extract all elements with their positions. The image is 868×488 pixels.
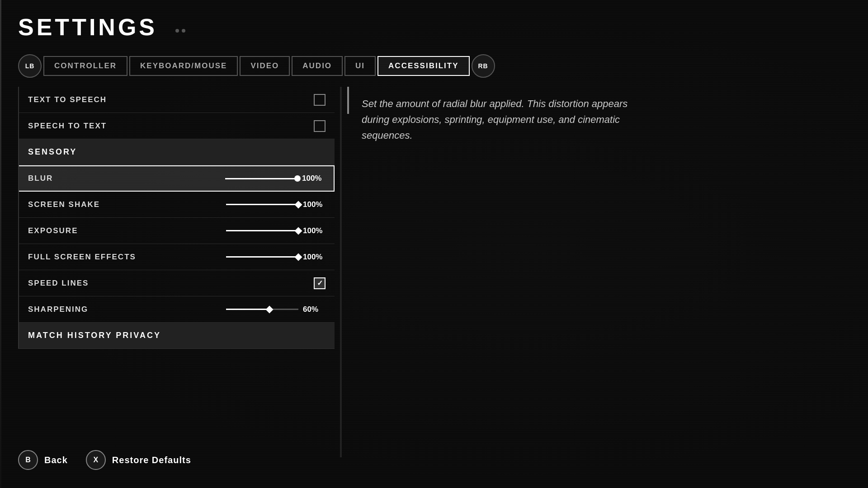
category-label-match-history-privacy: MATCH HISTORY PRIVACY xyxy=(28,331,161,340)
back-button-group[interactable]: B Back xyxy=(18,450,68,470)
tabs-container: LB CONTROLLER KEYBOARD/MOUSE VIDEO AUDIO… xyxy=(18,54,850,78)
settings-panel: TEXT TO SPEECH SPEECH TO TEXT SENSORY xyxy=(18,87,335,457)
back-button-icon: B xyxy=(18,450,38,470)
screen-shake-value: 100% xyxy=(303,200,326,209)
nav-dot-1 xyxy=(175,29,179,33)
bottom-bar: B Back X Restore Defaults xyxy=(18,450,191,470)
category-match-history-privacy: MATCH HISTORY PRIVACY xyxy=(19,323,335,349)
checkbox-text-to-speech[interactable] xyxy=(314,94,326,106)
blur-value: 100% xyxy=(302,174,325,183)
lb-button[interactable]: LB xyxy=(18,54,42,78)
restore-defaults-button-icon: X xyxy=(86,450,106,470)
full-screen-effects-slider-fill xyxy=(226,256,298,258)
full-screen-effects-slider-track[interactable] xyxy=(226,256,298,258)
setting-label-sharpening: SHARPENING xyxy=(28,305,88,314)
setting-label-blur: BLUR xyxy=(28,174,53,183)
setting-row-blur[interactable]: BLUR 100% xyxy=(19,165,335,192)
setting-row-screen-shake[interactable]: SCREEN SHAKE 100% xyxy=(19,192,335,218)
left-border-accent xyxy=(0,0,1,488)
setting-control-screen-shake: 100% xyxy=(226,200,326,209)
description-panel: Set the amount of radial blur applied. T… xyxy=(362,87,850,457)
nav-dot-2 xyxy=(182,29,185,33)
setting-control-sharpening: 60% xyxy=(226,305,326,314)
full-screen-effects-value: 100% xyxy=(303,253,326,262)
setting-control-exposure: 100% xyxy=(226,226,326,235)
blur-slider-thumb xyxy=(294,175,301,182)
tab-controller[interactable]: CONTROLLER xyxy=(43,56,127,76)
exposure-slider-fill xyxy=(226,230,298,231)
setting-row-speed-lines[interactable]: SPEED LINES xyxy=(19,270,335,296)
sharpening-slider-fill xyxy=(226,309,269,310)
setting-label-screen-shake: SCREEN SHAKE xyxy=(28,200,100,209)
blur-slider-track[interactable] xyxy=(225,178,297,179)
screen-shake-slider-thumb xyxy=(295,201,302,208)
main-content: TEXT TO SPEECH SPEECH TO TEXT SENSORY xyxy=(18,87,850,457)
setting-label-exposure: EXPOSURE xyxy=(28,226,78,235)
setting-label-full-screen-effects: FULL SCREEN EFFECTS xyxy=(28,253,136,262)
exposure-slider-thumb xyxy=(295,227,302,235)
tab-ui[interactable]: UI xyxy=(344,56,376,76)
scrollbar-track xyxy=(340,87,342,457)
scrollbar-thumb[interactable] xyxy=(347,87,349,114)
setting-label-speed-lines: SPEED LINES xyxy=(28,279,89,288)
back-button-label: Back xyxy=(44,455,68,465)
sharpening-value: 60% xyxy=(303,305,326,314)
page-title: SETTINGS xyxy=(18,14,157,41)
checkbox-speed-lines[interactable] xyxy=(314,277,326,289)
setting-control-text-to-speech xyxy=(314,94,326,106)
setting-control-speed-lines xyxy=(314,277,326,289)
category-sensory: SENSORY xyxy=(19,139,335,165)
category-label-sensory: SENSORY xyxy=(28,147,77,157)
restore-defaults-button-label: Restore Defaults xyxy=(112,455,191,465)
setting-row-full-screen-effects[interactable]: FULL SCREEN EFFECTS 100% xyxy=(19,244,335,270)
restore-defaults-button-group[interactable]: X Restore Defaults xyxy=(86,450,191,470)
sharpening-slider-track[interactable] xyxy=(226,309,298,310)
setting-control-speech-to-text xyxy=(314,120,326,132)
tab-accessibility[interactable]: ACCESSIBILITY xyxy=(377,56,469,76)
setting-row-exposure[interactable]: EXPOSURE 100% xyxy=(19,218,335,244)
header: SETTINGS xyxy=(18,14,850,41)
nav-dots xyxy=(175,29,185,41)
description-text: Set the amount of radial blur applied. T… xyxy=(362,96,633,144)
setting-control-full-screen-effects: 100% xyxy=(226,253,326,262)
exposure-value: 100% xyxy=(303,226,326,235)
setting-label-text-to-speech: TEXT TO SPEECH xyxy=(28,95,107,104)
setting-row-sharpening[interactable]: SHARPENING 60% xyxy=(19,296,335,323)
sharpening-slider-thumb xyxy=(266,305,274,313)
setting-row-text-to-speech[interactable]: TEXT TO SPEECH xyxy=(19,87,335,113)
rb-button[interactable]: RB xyxy=(472,54,495,78)
full-screen-effects-slider-thumb xyxy=(295,253,302,261)
exposure-slider-track[interactable] xyxy=(226,230,298,231)
tab-keyboard-mouse[interactable]: KEYBOARD/MOUSE xyxy=(129,56,238,76)
setting-control-blur: 100% xyxy=(225,174,325,183)
screen-shake-slider-track[interactable] xyxy=(226,204,298,205)
tab-audio[interactable]: AUDIO xyxy=(292,56,343,76)
tab-video[interactable]: VIDEO xyxy=(240,56,290,76)
checkbox-speech-to-text[interactable] xyxy=(314,120,326,132)
settings-list: TEXT TO SPEECH SPEECH TO TEXT SENSORY xyxy=(18,87,335,349)
setting-label-speech-to-text: SPEECH TO TEXT xyxy=(28,122,107,131)
screen-shake-slider-fill xyxy=(226,204,298,205)
setting-row-speech-to-text[interactable]: SPEECH TO TEXT xyxy=(19,113,335,139)
blur-slider-fill xyxy=(225,178,297,179)
page-container: SETTINGS LB CONTROLLER KEYBOARD/MOUSE VI… xyxy=(0,0,868,488)
